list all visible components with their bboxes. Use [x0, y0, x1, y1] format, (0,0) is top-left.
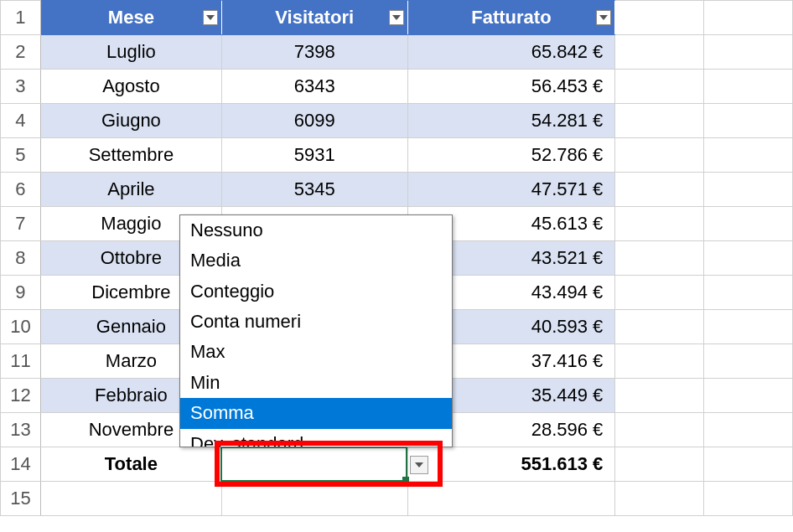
cell-visitatori[interactable]: 5931 — [221, 138, 407, 173]
row-header[interactable]: 9 — [1, 276, 41, 310]
cell-visitatori[interactable]: 7398 — [221, 35, 407, 70]
row-header[interactable]: 14 — [1, 447, 41, 482]
row-header[interactable]: 11 — [1, 344, 41, 379]
cell-empty[interactable] — [704, 482, 793, 516]
totals-function-dropdown-button[interactable] — [410, 456, 428, 474]
header-label: Visitatori — [275, 7, 354, 28]
cell-fatturato[interactable]: 47.571 € — [407, 173, 615, 207]
cell-empty[interactable] — [704, 447, 793, 482]
cell-fatturato[interactable]: 65.842 € — [407, 35, 615, 70]
column-header-mese[interactable]: Mese — [40, 1, 221, 35]
filter-button-visitatori[interactable] — [389, 10, 404, 25]
cell-empty[interactable] — [615, 310, 704, 344]
header-label: Mese — [108, 7, 154, 28]
cell-fatturato[interactable]: 54.281 € — [407, 104, 615, 138]
cell-visitatori[interactable]: 5345 — [221, 173, 407, 207]
cell-empty[interactable] — [615, 1, 704, 35]
cell-empty[interactable] — [221, 482, 407, 516]
cell-empty[interactable] — [704, 207, 793, 241]
row-header[interactable]: 10 — [1, 310, 41, 344]
cell-empty[interactable] — [407, 482, 615, 516]
cell-empty[interactable] — [615, 447, 704, 482]
cell-empty[interactable] — [704, 413, 793, 447]
menu-item[interactable]: Max — [180, 337, 452, 367]
row-header[interactable]: 7 — [1, 207, 41, 241]
cell-mese[interactable]: Agosto — [40, 70, 221, 104]
cell-empty[interactable] — [615, 241, 704, 276]
cell-mese[interactable]: Giugno — [40, 104, 221, 138]
cell-visitatori[interactable]: 6343 — [221, 70, 407, 104]
cell-empty[interactable] — [704, 138, 793, 173]
cell-empty[interactable] — [40, 482, 221, 516]
cell-empty[interactable] — [615, 173, 704, 207]
cell-total-fatturato[interactable]: 551.613 € — [407, 447, 615, 482]
cell-empty[interactable] — [704, 173, 793, 207]
spreadsheet-view: 1MeseVisitatoriFatturato2Luglio739865.84… — [0, 0, 793, 532]
cell-empty[interactable] — [615, 344, 704, 379]
menu-item[interactable]: Media — [180, 245, 452, 276]
cell-fatturato[interactable]: 56.453 € — [407, 70, 615, 104]
cell-empty[interactable] — [615, 70, 704, 104]
cell-mese[interactable]: Aprile — [40, 173, 221, 207]
svg-marker-0 — [206, 15, 215, 20]
totals-function-menu: NessunoMediaConteggioConta numeriMaxMinS… — [179, 214, 453, 447]
cell-empty[interactable] — [704, 70, 793, 104]
svg-marker-1 — [392, 15, 401, 20]
column-header-fatturato[interactable]: Fatturato — [407, 1, 615, 35]
cell-empty[interactable] — [615, 104, 704, 138]
menu-item[interactable]: Nessuno — [180, 215, 452, 245]
row-header[interactable]: 5 — [1, 138, 41, 173]
svg-marker-3 — [415, 462, 423, 467]
row-header[interactable]: 1 — [1, 1, 41, 35]
filter-button-mese[interactable] — [203, 10, 218, 25]
cell-empty[interactable] — [615, 482, 704, 516]
cell-total-visitatori[interactable] — [221, 447, 407, 482]
cell-empty[interactable] — [704, 344, 793, 379]
cell-total-label[interactable]: Totale — [40, 447, 221, 482]
cell-mese[interactable]: Luglio — [40, 35, 221, 70]
svg-marker-2 — [599, 15, 608, 20]
menu-item[interactable]: Conteggio — [180, 276, 452, 307]
row-header[interactable]: 13 — [1, 413, 41, 447]
menu-item[interactable]: Somma — [180, 398, 452, 428]
cell-empty[interactable] — [704, 35, 793, 70]
cell-empty[interactable] — [615, 413, 704, 447]
menu-item[interactable]: Conta numeri — [180, 307, 452, 337]
row-header[interactable]: 2 — [1, 35, 41, 70]
row-header[interactable]: 8 — [1, 241, 41, 276]
cell-empty[interactable] — [704, 310, 793, 344]
row-header[interactable]: 4 — [1, 104, 41, 138]
cell-empty[interactable] — [704, 379, 793, 413]
cell-empty[interactable] — [615, 379, 704, 413]
menu-item[interactable]: Min — [180, 368, 452, 398]
row-header[interactable]: 3 — [1, 70, 41, 104]
row-header[interactable]: 15 — [1, 482, 41, 516]
cell-empty[interactable] — [704, 104, 793, 138]
cell-empty[interactable] — [704, 241, 793, 276]
cell-mese[interactable]: Settembre — [40, 138, 221, 173]
cell-empty[interactable] — [615, 207, 704, 241]
row-header[interactable]: 6 — [1, 173, 41, 207]
cell-empty[interactable] — [615, 276, 704, 310]
header-label: Fatturato — [471, 7, 551, 28]
cell-fatturato[interactable]: 52.786 € — [407, 138, 615, 173]
column-header-visitatori[interactable]: Visitatori — [221, 1, 407, 35]
row-header[interactable]: 12 — [1, 379, 41, 413]
cell-visitatori[interactable]: 6099 — [221, 104, 407, 138]
cell-empty[interactable] — [615, 35, 704, 70]
cell-empty[interactable] — [704, 276, 793, 310]
cell-empty[interactable] — [704, 1, 793, 35]
sort-button-fatturato[interactable] — [596, 10, 611, 25]
cell-empty[interactable] — [615, 138, 704, 173]
menu-item[interactable]: Dev. standard — [180, 429, 452, 447]
